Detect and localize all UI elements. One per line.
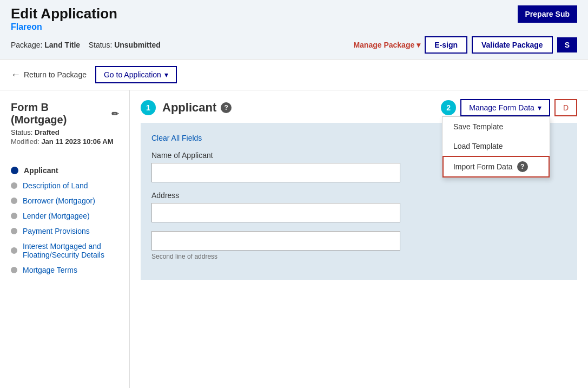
nav-item-payment[interactable]: Payment Provisions	[0, 223, 129, 239]
return-to-package-button[interactable]: ← Return to Package	[11, 69, 87, 81]
content-area: 1 Applicant ? 2 Manage Form Data ▾ Save …	[130, 90, 588, 388]
import-form-data-label: Import Form Data	[453, 162, 513, 171]
second-line-note: Second line of address	[151, 253, 566, 260]
chevron-down-icon: ▾	[417, 41, 420, 49]
form-title-section: Form B (Mortgage) ✏ Status: Drafted Modi…	[0, 101, 129, 154]
org-name: Flareon	[11, 22, 117, 32]
sidebar: Form B (Mortgage) ✏ Status: Drafted Modi…	[0, 90, 130, 388]
esign-button[interactable]: E-sign	[425, 36, 467, 54]
header-top: Edit Application Flareon Prepare Sub	[11, 5, 577, 32]
validate-button[interactable]: Validate Package	[472, 36, 553, 54]
nav-label-description[interactable]: Description of Land	[23, 181, 88, 190]
manage-package-label: Manage Package	[353, 41, 414, 49]
form-name: Form B (Mortgage)	[11, 101, 107, 126]
nav-dot	[11, 198, 17, 204]
chevron-down-icon: ▾	[538, 103, 541, 112]
save-button[interactable]: S	[557, 37, 577, 52]
nav-item-applicant[interactable]: Applicant	[0, 163, 129, 178]
section-badge-2: 2	[441, 100, 456, 115]
edit-icon[interactable]: ✏	[111, 109, 118, 119]
address-second-line-field: Second line of address	[151, 231, 566, 260]
goto-label: Go to Application	[104, 70, 161, 79]
nav-dot-active	[11, 167, 18, 174]
nav-label-payment[interactable]: Payment Provisions	[23, 227, 90, 235]
chevron-down-icon: ▾	[164, 70, 168, 79]
header-actions: Prepare Sub	[518, 5, 577, 23]
address-field: Address	[151, 191, 566, 222]
address-label: Address	[151, 191, 566, 200]
nav-item-borrower[interactable]: Borrower (Mortgagor)	[0, 193, 129, 208]
header-title: Edit Application Flareon	[11, 5, 117, 32]
address-input-2[interactable]	[151, 231, 400, 251]
header-right: 2 Manage Form Data ▾ Save Template Load …	[441, 99, 577, 116]
help-icon-import[interactable]: ?	[517, 161, 528, 172]
modified-value: Jan 11 2023 10:06 AM	[41, 137, 113, 146]
section-name: Applicant	[162, 101, 216, 115]
package-status: Package: Land Title Status: Unsubmitted	[11, 41, 161, 49]
section-title: Applicant ?	[162, 101, 232, 115]
nav-label-mortgage-terms[interactable]: Mortgage Terms	[23, 266, 77, 274]
manage-form-dropdown: Manage Form Data ▾ Save Template Load Te…	[460, 99, 550, 116]
nav-item-mortgage-terms[interactable]: Mortgage Terms	[0, 262, 129, 278]
header-meta-right: Manage Package ▾ E-sign Validate Package…	[353, 36, 577, 54]
page-title: Edit Application	[11, 5, 117, 22]
nav-label-interest[interactable]: Interest Mortgaged and Floating/Security…	[23, 242, 118, 259]
nav-label-lender[interactable]: Lender (Mortgagee)	[23, 212, 90, 220]
manage-form-label: Manage Form Data	[469, 103, 534, 112]
package-name: Land Title	[44, 41, 80, 49]
import-form-data-item[interactable]: Import Form Data ?	[442, 156, 550, 177]
manage-form-dropdown-menu: Save Template Load Template Import Form …	[442, 116, 550, 178]
toolbar: ← Return to Package Go to Application ▾	[0, 60, 588, 90]
form-title: Form B (Mortgage) ✏	[11, 101, 118, 126]
help-icon[interactable]: ?	[221, 102, 232, 113]
clear-all-fields-link[interactable]: Clear All Fields	[151, 134, 202, 142]
form-status: Status: Drafted	[11, 128, 118, 136]
main-layout: Form B (Mortgage) ✏ Status: Drafted Modi…	[0, 90, 588, 388]
manage-form-data-button[interactable]: Manage Form Data ▾	[460, 99, 550, 116]
status-label: Status:	[11, 128, 32, 136]
save-template-item[interactable]: Save Template	[442, 117, 550, 136]
nav-dot	[11, 182, 17, 189]
header: Edit Application Flareon Prepare Sub Pac…	[0, 0, 588, 60]
form-modified: Modified: Jan 11 2023 10:06 AM	[11, 137, 118, 146]
modified-label: Modified:	[11, 137, 39, 146]
nav-label-borrower[interactable]: Borrower (Mortgagor)	[23, 196, 95, 205]
nav-items: Applicant Description of Land Borrower (…	[0, 163, 129, 278]
status-label: Status:	[89, 41, 113, 49]
save-template-label: Save Template	[453, 122, 503, 131]
nav-dot	[11, 267, 17, 273]
section-badge-1: 1	[141, 100, 156, 115]
nav-item-lender[interactable]: Lender (Mortgagee)	[0, 208, 129, 223]
status-value: Drafted	[35, 128, 60, 136]
left-arrow-icon: ←	[11, 69, 21, 81]
delete-button[interactable]: D	[554, 99, 577, 116]
nav-item-interest[interactable]: Interest Mortgaged and Floating/Security…	[0, 239, 129, 262]
name-of-applicant-input[interactable]	[151, 163, 400, 182]
content-header: 1 Applicant ? 2 Manage Form Data ▾ Save …	[130, 90, 588, 123]
load-template-item[interactable]: Load Template	[442, 136, 550, 156]
load-template-label: Load Template	[453, 142, 503, 150]
nav-dot	[11, 213, 17, 219]
goto-application-button[interactable]: Go to Application ▾	[95, 66, 177, 83]
package-label: Package:	[11, 41, 42, 49]
header-meta: Package: Land Title Status: Unsubmitted …	[11, 36, 577, 54]
nav-label-applicant: Applicant	[24, 166, 58, 175]
nav-dot	[11, 247, 17, 254]
return-label: Return to Package	[24, 70, 87, 79]
prepare-sub-button[interactable]: Prepare Sub	[518, 5, 577, 23]
nav-item-description[interactable]: Description of Land	[0, 178, 129, 193]
manage-package-button[interactable]: Manage Package ▾	[353, 41, 420, 49]
address-input-1[interactable]	[151, 203, 400, 222]
status-value: Unsubmitted	[114, 41, 161, 49]
nav-dot	[11, 228, 17, 234]
